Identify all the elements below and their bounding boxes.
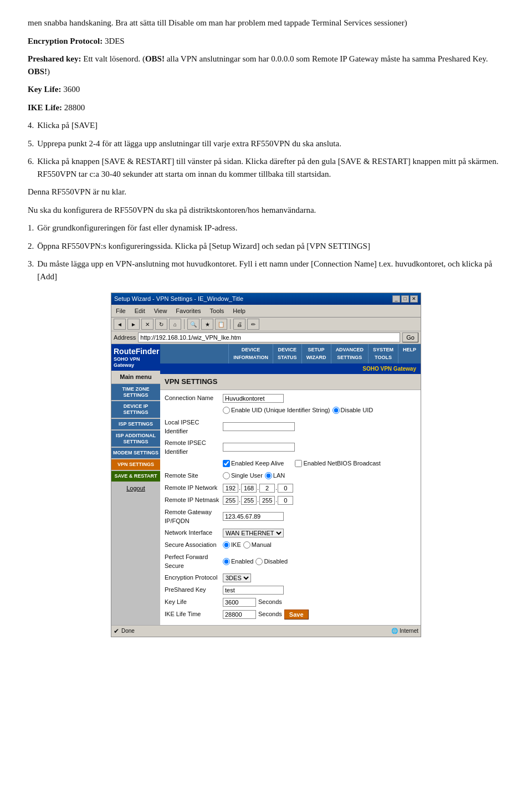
keepalive-checkbox[interactable] (223, 460, 230, 467)
lan-radio[interactable] (265, 472, 272, 479)
local-ipsec-row: Local IPSEC Identifier (165, 418, 416, 436)
paragraph-keylife: Key Life: 3600 (28, 83, 504, 96)
local-ipsec-label: Local IPSEC Identifier (165, 418, 223, 436)
ip-group-network: . . . (223, 483, 293, 493)
step-2-content: Öppna RF550VPN:s konfigureringssida. Kli… (37, 240, 504, 253)
uid-options: Enable UID (Unique Identifier String) Di… (223, 406, 416, 415)
nav-device-info[interactable]: DEVICEINFORMATION (228, 344, 273, 363)
single-user-radio[interactable] (223, 472, 230, 479)
refresh-button[interactable]: ↻ (155, 319, 167, 330)
ike-radio[interactable] (223, 541, 230, 549)
history-button[interactable]: 📋 (215, 319, 227, 330)
step-3-num: 3. (28, 258, 34, 283)
ip-network-3[interactable] (259, 484, 275, 493)
paragraph-preshared: Preshared key: Ett valt lösenord. (OBS! … (28, 53, 504, 78)
menu-help[interactable]: Help (231, 306, 248, 316)
local-ipsec-value (223, 422, 416, 431)
pfs-enabled-radio[interactable] (223, 558, 230, 565)
secure-assoc-label: Secure Association (165, 540, 223, 550)
sidebar-saverestart[interactable]: SAVE & RESTART (111, 471, 160, 482)
ip-netmask-3[interactable] (259, 496, 275, 505)
nav-system[interactable]: SYSTEMTOOLS (368, 344, 398, 363)
step-6-num: 6. (28, 155, 34, 180)
remote-ipsec-input[interactable] (223, 443, 295, 452)
manual-radio[interactable] (243, 541, 250, 549)
ip-network-2[interactable] (241, 484, 257, 493)
paragraph-ikelife: IKE Life: 28800 (28, 101, 504, 114)
sidebar-logout[interactable]: Logout (111, 483, 160, 494)
ip-netmask-4[interactable] (278, 496, 293, 505)
nav-setup-wizard[interactable]: SETUPWIZARD (301, 344, 331, 363)
step-2: 2. Öppna RF550VPN:s konfigureringssida. … (28, 240, 504, 253)
connection-name-label: Connection Name (165, 393, 223, 403)
stop-button[interactable]: ✕ (141, 319, 154, 330)
edit-button[interactable]: ✏ (247, 319, 259, 330)
save-button[interactable]: Save (284, 610, 309, 619)
sidebar-deviceip[interactable]: DEVICE IP SETTINGS (111, 401, 160, 418)
preshared-value (223, 586, 416, 595)
back-button[interactable]: ◄ (114, 319, 126, 330)
network-interface-value: WAN ETHERNET (223, 529, 416, 537)
home-button[interactable]: ⌂ (169, 319, 181, 330)
remote-ip-netmask-label: Remote IP Netmask (165, 495, 223, 505)
preshared-label: PreShared Key (165, 585, 223, 595)
step-5-content: Upprepa punkt 2-4 för att lägga upp ansl… (37, 137, 504, 150)
ip-network-4[interactable] (278, 484, 293, 493)
preshared-input[interactable] (223, 586, 284, 595)
remote-gateway-input[interactable] (223, 512, 284, 521)
vpn-form: Connection Name Enable UID (Unique Ident… (160, 390, 421, 625)
lan-label: LAN (265, 471, 285, 480)
favorites-button[interactable]: ★ (201, 319, 213, 330)
forward-button[interactable]: ► (127, 319, 140, 330)
local-ipsec-input[interactable] (223, 422, 295, 431)
keylife-input[interactable] (223, 598, 256, 607)
close-button[interactable]: ✕ (410, 295, 418, 303)
encryption-select[interactable]: 3DES (223, 573, 251, 582)
menu-edit[interactable]: Edit (132, 306, 147, 316)
window-controls: _ □ ✕ (392, 295, 418, 303)
network-interface-select[interactable]: WAN ETHERNET (223, 529, 284, 537)
minimize-button[interactable]: _ (392, 295, 400, 303)
search-button[interactable]: 🔍 (187, 319, 200, 330)
uid-row: Enable UID (Unique Identifier String) Di… (165, 406, 416, 416)
netbios-checkbox[interactable] (295, 460, 302, 467)
nav-help[interactable]: HELP (398, 344, 421, 363)
menu-file[interactable]: File (114, 306, 128, 316)
address-label: Address (114, 333, 136, 342)
connection-name-input[interactable] (223, 394, 284, 403)
sidebar-isp[interactable]: ISP SETTINGS (111, 419, 160, 429)
uid-disable-radio[interactable] (332, 407, 340, 414)
nav-device-status[interactable]: DEVICESTATUS (273, 344, 301, 363)
ikelife-input[interactable] (223, 610, 256, 619)
go-button[interactable]: Go (402, 332, 418, 342)
keepalive-row: Enabled Keep Alive Enabled NetBIOS Broad… (165, 459, 416, 469)
connection-name-value (223, 394, 416, 403)
ip-network-1[interactable] (223, 484, 238, 493)
nav-advanced[interactable]: ADVANCEDSETTINGS (331, 344, 368, 363)
menu-favorites[interactable]: Favorites (173, 306, 203, 316)
menu-tools[interactable]: Tools (208, 306, 227, 316)
sidebar-ispadditional[interactable]: ISP ADDITIONAL SETTINGS (111, 431, 160, 447)
main-menu-label: Main menu (111, 371, 160, 384)
single-user-label: Single User (223, 471, 263, 480)
maximize-button[interactable]: □ (401, 295, 409, 303)
step-6: 6. Klicka på knappen [SAVE & RESTART] ti… (28, 155, 504, 180)
pfs-disabled-radio[interactable] (255, 558, 263, 565)
ikelife-value: Seconds Save (223, 610, 416, 619)
sidebar-timezone[interactable]: TIME ZONE SETTINGS (111, 384, 160, 401)
step-4-content: Klicka på [SAVE] (37, 119, 504, 132)
ip-netmask-1[interactable] (223, 496, 238, 505)
menu-view[interactable]: View (152, 306, 170, 316)
address-input[interactable] (138, 332, 400, 342)
ip-netmask-2[interactable] (241, 496, 257, 505)
step-3: 3. Du måste lägga upp en VPN-anslutning … (28, 258, 504, 283)
uid-enable-radio[interactable] (223, 407, 230, 414)
pfs-row: Perfect Forward Secure Enabled Disabled (165, 552, 416, 571)
sidebar-modem[interactable]: MODEM SETTINGS (111, 448, 160, 458)
sidebar-vpn[interactable]: VPN SETTINGS (111, 459, 160, 470)
paragraph-encryption: Encryption Protocol: 3DES (28, 35, 504, 48)
step-5: 5. Upprepa punkt 2-4 för att lägga upp a… (28, 137, 504, 150)
brand-soho: SOHO VPN (114, 356, 158, 362)
status-icon: ✔ (114, 626, 119, 636)
print-button[interactable]: 🖨 (233, 319, 245, 330)
